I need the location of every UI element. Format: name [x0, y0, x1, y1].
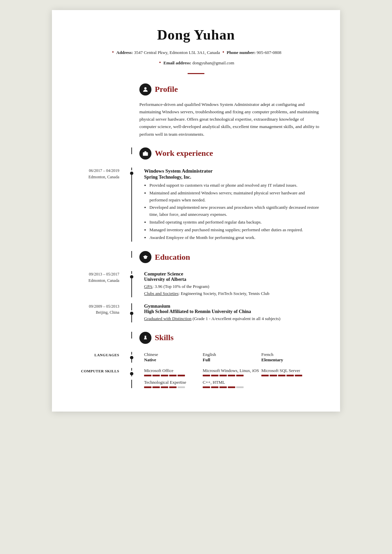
edu-top-line-0	[131, 271, 132, 274]
work-header-row: Work experience	[139, 147, 320, 160]
comp-skill-empty	[261, 380, 320, 385]
empty-bars	[261, 386, 320, 388]
bar	[261, 375, 269, 376]
edu-top-line-1	[131, 303, 132, 310]
contact-address-line: • Address: 3547 Central Pkwy, Edmonton L…	[72, 48, 320, 57]
edu-entry-1: 09/2009 – 05/2013 Beijing, China Gymnasi…	[72, 303, 320, 322]
bar	[203, 386, 210, 388]
comp-skill-cpp: C++, HTML	[203, 380, 261, 385]
bar	[278, 375, 285, 376]
edu-location-1: Beijing, China	[72, 309, 119, 316]
bar	[144, 375, 151, 376]
edu-date-range-0: 09/2013 – 05/2017	[72, 271, 119, 278]
comp-skill-ms-sql: Microsoft SQL Server	[261, 368, 320, 373]
languages-label: LANGUAGES	[72, 352, 124, 363]
edu-degree-0: Computer Science	[144, 271, 320, 277]
bar	[152, 375, 160, 376]
profile-text: Performance-driven and qualified Windows…	[139, 101, 320, 138]
comp-row2-line	[124, 380, 139, 388]
bar	[219, 386, 227, 388]
bar	[211, 386, 218, 388]
work-section: Work experience	[72, 147, 320, 165]
computer-skills-label: COMPUTER SKILLS	[72, 368, 124, 376]
edu-location-0: Edmonton, Canada	[72, 278, 119, 284]
profile-icon	[139, 83, 151, 96]
edu-gpa-value: : 3.96 (Top 10% of the Program)	[152, 284, 209, 289]
bar	[295, 375, 302, 376]
bullet-0-2: Developed and implemented new processes …	[149, 204, 320, 218]
profile-right: Profile Performance-driven and qualified…	[139, 83, 320, 138]
edu-line-col-1	[124, 303, 139, 322]
edu-degree-1: Gymnasium	[144, 303, 320, 309]
profile-section: Profile Performance-driven and qualified…	[72, 83, 320, 138]
lang-french: French Elementary	[261, 352, 320, 363]
profile-left-empty	[72, 83, 124, 138]
skills-line-header	[124, 332, 139, 349]
edu-header-row: Education	[139, 251, 320, 263]
bar	[178, 375, 185, 376]
bullet-0-3: Installed operating systems and performe…	[149, 219, 320, 226]
bar	[270, 375, 277, 376]
edu-content-0: Computer Science University of Alberta G…	[139, 271, 320, 297]
work-date-0: 06/2017 – 04/2019 Edmonton, Canada	[72, 168, 124, 242]
lang-bottom-line	[131, 359, 132, 363]
skills-header-row: Skills	[139, 332, 320, 344]
comp-skill-ms-office: Microsoft Office	[144, 368, 203, 373]
skills-icon	[139, 332, 151, 344]
comp-skills-bars-row2	[144, 386, 320, 388]
bar	[211, 375, 218, 376]
resume-document: Dong Yuhan • Address: 3547 Central Pkwy,…	[52, 10, 340, 412]
edu-line-col-0	[124, 271, 139, 297]
skills-section-header: Skills	[72, 332, 320, 349]
comp-top-line	[131, 368, 132, 371]
education-section-header: Education	[72, 251, 320, 268]
edu-gpa-label: GPA	[144, 284, 152, 289]
languages-line-col	[124, 352, 139, 363]
bar	[152, 386, 160, 388]
bar	[169, 375, 177, 376]
edu-entry-0: 09/2013 – 05/2017 Edmonton, Canada Compu…	[72, 271, 320, 297]
resume-header: Dong Yuhan • Address: 3547 Central Pkwy,…	[72, 27, 320, 74]
lang-chinese-level: Native	[144, 357, 203, 363]
bullet-0-1: Maintained and administered Windows serv…	[149, 190, 320, 204]
bar	[203, 375, 210, 376]
bar	[228, 375, 235, 376]
edu-bottom-line-0	[131, 279, 132, 297]
edu-dot-1	[130, 312, 133, 315]
comp-row2-line-seg	[131, 380, 132, 388]
svg-rect-1	[143, 152, 148, 156]
phone-label: Phone number:	[227, 50, 256, 55]
bar	[169, 386, 177, 388]
comp-skills-names-row2: Technological Expertise C++, HTML	[144, 380, 320, 385]
comp-skills-bars-row	[144, 375, 320, 376]
edu-detail-clubs: Clubs and Societies: Engineering Society…	[144, 290, 320, 297]
lang-chinese: Chinese Native	[144, 352, 203, 363]
comp-skill-ms-windows: Microsoft Windows, Linux, iOS	[203, 368, 261, 373]
contact-info: • Address: 3547 Central Pkwy, Edmonton L…	[72, 48, 320, 68]
work-title: Work experience	[155, 149, 213, 158]
skills-left-header	[72, 332, 124, 349]
edu-dot-0	[130, 275, 133, 279]
edu-school-0: University of Alberta	[144, 277, 320, 282]
bullet-icon-3: •	[159, 60, 161, 65]
work-bottom-line-0	[131, 175, 132, 242]
address-label: Address:	[116, 50, 133, 55]
bullet-icon-2: •	[222, 49, 224, 55]
lang-chinese-name: Chinese	[144, 352, 203, 357]
bullet-0-5: Awarded Employee of the Month for perfor…	[149, 234, 320, 241]
company-name-0: Spring Technology, Inc.	[144, 175, 320, 180]
edu-distinction-value: (Grade 1 - A/excellent equivalent in all…	[193, 316, 280, 321]
comp-bottom-line	[131, 375, 132, 376]
lang-english-level: Full	[203, 357, 261, 363]
edu-date-0: 09/2013 – 05/2017 Edmonton, Canada	[72, 271, 124, 297]
work-entry-0: 06/2017 – 04/2019 Edmonton, Canada Windo…	[72, 168, 320, 242]
skills-top-line	[131, 332, 132, 338]
svg-point-0	[144, 87, 147, 89]
edu-date-1: 09/2009 – 05/2013 Beijing, China	[72, 303, 124, 322]
lang-french-name: French	[261, 352, 320, 357]
lang-english-name: English	[203, 352, 261, 357]
cpp-bars	[203, 386, 261, 388]
job-bullets-0: Provided support to customers via email …	[144, 182, 320, 241]
work-icon	[139, 147, 151, 160]
edu-date-range-1: 09/2009 – 05/2013	[72, 303, 119, 310]
